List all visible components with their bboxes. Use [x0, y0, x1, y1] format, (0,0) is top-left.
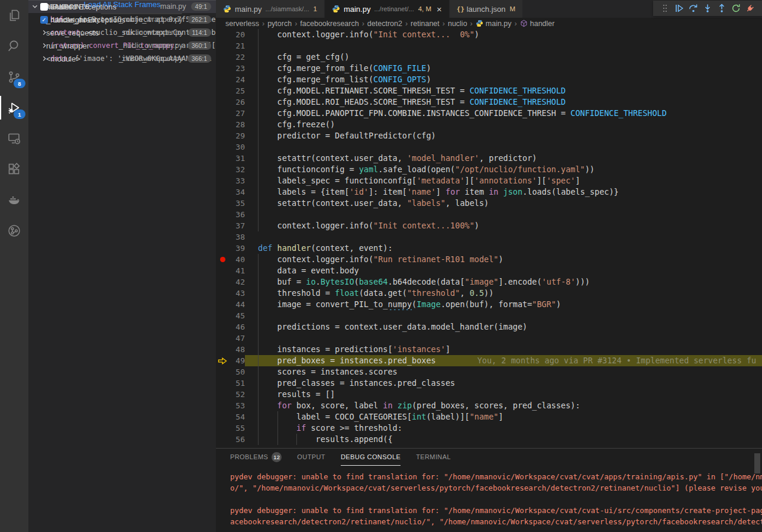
- frame-function: run_wrapper: [46, 41, 89, 50]
- gutter-glyph[interactable]: [216, 51, 229, 63]
- callstack-frame[interactable]: run_wrapper _nuclio_wrapper.py 360:1: [28, 39, 216, 52]
- line-number: 47: [229, 333, 245, 344]
- panel-tab-debug-console[interactable]: DEBUG CONSOLE: [341, 449, 401, 466]
- breadcrumb-item[interactable]: serverless: [225, 20, 259, 28]
- restart-button[interactable]: [729, 1, 743, 15]
- code-editor[interactable]: 20 context.logger.info("Init context... …: [216, 29, 762, 448]
- code-line-22: 22 cfg = get_cfg(): [216, 51, 762, 63]
- continue-button[interactable]: [672, 1, 686, 15]
- python-icon: [223, 5, 231, 13]
- console-line: pydev debugger: unable to find translati…: [230, 505, 762, 516]
- gutter-glyph[interactable]: [216, 63, 229, 74]
- tab-main-py-siammask[interactable]: main.py .../siammask/... 1: [216, 0, 325, 18]
- gutter-glyph[interactable]: [216, 40, 229, 51]
- unchecked-checkbox[interactable]: [40, 3, 48, 11]
- gutter-glyph[interactable]: [216, 366, 229, 378]
- breadcrumb-item[interactable]: facebookresearch: [300, 20, 359, 28]
- activity-item-run-and-debug[interactable]: 1: [0, 92, 28, 123]
- gutter-glyph[interactable]: [216, 310, 229, 321]
- code-line-44: 44 image = convert_PIL_to_numpy(Image.op…: [216, 299, 762, 310]
- breakpoint-icon[interactable]: [220, 257, 225, 262]
- code-line-31: 31 setattr(context.user_data, 'model_han…: [216, 153, 762, 164]
- gutter-glyph[interactable]: [216, 434, 229, 445]
- disconnect-icon: [745, 4, 755, 13]
- gutter-glyph[interactable]: [216, 276, 229, 288]
- breadcrumb-item[interactable]: nuclio: [448, 20, 467, 28]
- gutter-glyph[interactable]: [216, 423, 229, 434]
- activity-item-remote-explorer[interactable]: [0, 123, 28, 154]
- gutter-glyph[interactable]: [216, 153, 229, 164]
- gutter-glyph[interactable]: [216, 288, 229, 299]
- callstack-frame[interactable]: serve_requests _nuclio_wrapper.py 114:1: [28, 26, 216, 39]
- breakpoint-row[interactable]: Raised Exceptions: [28, 0, 216, 13]
- tab-main-py-retinanet[interactable]: main.py .../retinanet/... 4, M ×: [325, 0, 450, 18]
- gutter-glyph[interactable]: [216, 96, 229, 108]
- gutter-glyph[interactable]: [216, 243, 229, 254]
- activity-item-explorer[interactable]: [0, 0, 28, 31]
- code-line-53: 53 for box, score, label in zip(pred_box…: [216, 400, 762, 411]
- breadcrumb-item[interactable]: handler: [520, 20, 555, 28]
- line-number: 42: [229, 276, 245, 288]
- panel-tab-label: PROBLEMS: [230, 453, 268, 460]
- gutter-glyph[interactable]: [216, 254, 229, 265]
- panel-tab-label: OUTPUT: [297, 453, 325, 460]
- step-out-button[interactable]: [715, 1, 729, 15]
- panel-scrollbar[interactable]: [754, 453, 760, 473]
- panel-tab-output[interactable]: OUTPUT: [297, 449, 325, 465]
- tab-launch-json[interactable]: {} launch.json M: [450, 0, 523, 18]
- gutter-glyph[interactable]: [216, 108, 229, 119]
- line-number: 34: [229, 186, 245, 198]
- gutter-glyph[interactable]: [216, 265, 229, 276]
- line-number: 26: [229, 96, 245, 108]
- activity-item-extensions[interactable]: [0, 154, 28, 185]
- breadcrumb-item[interactable]: detectron2: [367, 20, 402, 28]
- gutter-glyph[interactable]: [216, 220, 229, 231]
- gutter-glyph[interactable]: [216, 355, 229, 366]
- gutter-glyph[interactable]: [216, 130, 229, 141]
- close-icon[interactable]: ×: [437, 5, 442, 14]
- breakpoints-list: Raised Exceptions ✓ Uncaught Exceptions: [28, 0, 216, 26]
- activity-item-git-graph[interactable]: [0, 215, 28, 246]
- gutter-glyph[interactable]: [216, 389, 229, 400]
- gutter-glyph[interactable]: [216, 321, 229, 333]
- breadcrumb-item[interactable]: main.py: [476, 20, 512, 28]
- gutter-glyph[interactable]: [216, 119, 229, 130]
- checked-checkbox[interactable]: ✓: [40, 16, 48, 24]
- frame-location-badge: 366:1: [188, 54, 211, 63]
- gutter-glyph[interactable]: [216, 299, 229, 310]
- callstack-frame[interactable]: <module> _nuclio_wrapper.py 366:1: [28, 52, 216, 65]
- console-message-block: pydev debugger: unable to find translati…: [230, 471, 762, 494]
- gutter-glyph[interactable]: [216, 29, 229, 40]
- line-number: 56: [229, 434, 245, 445]
- code-line-36: 36: [216, 209, 762, 220]
- gutter-glyph[interactable]: [216, 175, 229, 186]
- panel-tab-problems[interactable]: PROBLEMS 12: [230, 449, 282, 465]
- gutter-glyph[interactable]: [216, 231, 229, 243]
- breadcrumb-label: nuclio: [448, 20, 467, 28]
- tab-description: .../retinanet/...: [374, 5, 414, 12]
- breadcrumb-item[interactable]: pytorch: [267, 20, 292, 28]
- panel-tab-terminal[interactable]: TERMINAL: [416, 449, 451, 465]
- gutter-glyph[interactable]: [216, 85, 229, 96]
- activity-item-source-control[interactable]: 8: [0, 62, 28, 92]
- code-line-25: 25 cfg.MODEL.RETINANET.SCORE_THRESH_TEST…: [216, 85, 762, 96]
- gutter-glyph[interactable]: [216, 141, 229, 153]
- step-into-button[interactable]: [700, 1, 715, 15]
- gutter-glyph[interactable]: [216, 411, 229, 423]
- gutter-glyph[interactable]: [216, 74, 229, 85]
- activity-item-search[interactable]: [0, 31, 28, 62]
- drag-handle-button[interactable]: [658, 1, 672, 15]
- gutter-glyph[interactable]: [216, 198, 229, 209]
- gutter-glyph[interactable]: [216, 186, 229, 198]
- step-over-button[interactable]: [686, 1, 700, 15]
- gutter-glyph[interactable]: [216, 209, 229, 220]
- disconnect-button[interactable]: [743, 1, 757, 15]
- gutter-glyph[interactable]: [216, 344, 229, 355]
- breadcrumb-item[interactable]: retinanet: [411, 20, 440, 28]
- breakpoint-row[interactable]: ✓ Uncaught Exceptions: [28, 13, 216, 26]
- gutter-glyph[interactable]: [216, 333, 229, 344]
- activity-item-docker[interactable]: [0, 185, 28, 215]
- gutter-glyph[interactable]: [216, 164, 229, 175]
- gutter-glyph[interactable]: [216, 400, 229, 411]
- gutter-glyph[interactable]: [216, 378, 229, 389]
